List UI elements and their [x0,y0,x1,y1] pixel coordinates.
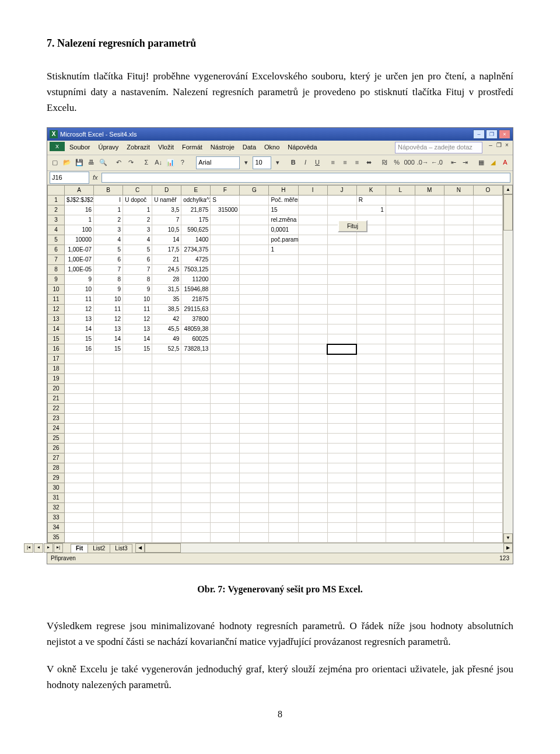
cell[interactable]: U dopoč [123,196,152,205]
cell[interactable] [269,513,298,523]
sheet-tab-list2[interactable]: List2 [88,544,110,553]
cell[interactable] [473,523,502,533]
cell[interactable] [473,215,502,225]
cell[interactable]: 13 [94,324,123,334]
cell[interactable] [269,324,298,334]
cell[interactable] [152,503,181,513]
cell[interactable] [386,324,415,334]
row-header[interactable]: 19 [48,374,65,384]
cell[interactable] [269,453,298,463]
cell[interactable] [181,493,211,503]
cell[interactable] [444,384,473,394]
cell[interactable] [211,444,240,453]
cell[interactable] [386,245,415,255]
cell[interactable] [473,324,502,334]
row-header[interactable]: 24 [48,424,65,434]
cell[interactable] [240,235,269,245]
cell[interactable] [386,215,415,225]
cell[interactable]: poč.param [269,235,298,245]
cell[interactable] [327,523,356,533]
cell[interactable]: 15 [269,205,298,215]
cell[interactable] [386,285,415,295]
row-header[interactable]: 13 [48,315,65,324]
autosum-icon[interactable]: Σ [141,157,152,169]
cell[interactable] [152,463,181,473]
cell[interactable]: 35 [152,295,181,305]
cell[interactable] [298,255,327,265]
cell[interactable] [386,235,415,245]
cell[interactable] [473,235,502,245]
row-header[interactable]: 29 [48,473,65,483]
cell[interactable] [444,235,473,245]
cell[interactable] [356,315,386,324]
cell[interactable] [123,473,152,483]
scroll-up-icon[interactable]: ▲ [503,185,513,194]
cell[interactable] [415,493,444,503]
cell[interactable] [94,444,123,453]
cell[interactable]: 11 [65,295,94,305]
cell[interactable] [356,523,386,533]
cell[interactable] [327,364,356,374]
cell[interactable]: 10 [65,285,94,295]
cell[interactable] [211,374,240,384]
cell[interactable]: 17,5 [152,245,181,255]
cell[interactable] [269,374,298,384]
cell[interactable] [65,444,94,453]
row-header[interactable]: 2 [48,205,65,215]
cell[interactable] [356,275,386,285]
align-left-icon[interactable]: ≡ [328,157,339,169]
cell[interactable] [298,414,327,424]
cell[interactable] [327,315,356,324]
cell[interactable] [473,493,502,503]
cell[interactable] [298,404,327,414]
cell[interactable] [473,305,502,315]
cell[interactable] [444,215,473,225]
cell[interactable] [123,493,152,503]
cell[interactable] [327,305,356,315]
cell[interactable] [65,463,94,473]
cell[interactable]: 24,5 [152,265,181,275]
decimal-inc-icon[interactable]: .0→ [416,157,429,169]
cell[interactable]: 49 [152,334,181,344]
cell[interactable] [386,404,415,414]
cell[interactable]: 42 [152,315,181,324]
cell[interactable] [473,315,502,324]
cell[interactable] [211,265,240,275]
cell[interactable] [386,295,415,305]
cell[interactable] [240,334,269,344]
cell[interactable] [211,275,240,285]
cell[interactable] [415,324,444,334]
merge-icon[interactable]: ⬌ [363,157,374,169]
cell[interactable] [386,463,415,473]
cell[interactable] [152,404,181,414]
cell[interactable] [240,523,269,533]
cell[interactable]: 9 [94,285,123,295]
cell[interactable] [269,473,298,483]
cell[interactable] [386,424,415,434]
cell[interactable] [386,315,415,324]
cell[interactable] [181,444,211,453]
cell[interactable] [298,434,327,444]
cell[interactable] [240,404,269,414]
cell[interactable] [181,434,211,444]
cell[interactable] [327,434,356,444]
tab-last-icon[interactable]: ▸| [54,543,63,553]
row-header[interactable]: 6 [48,245,65,255]
minimize-button[interactable]: – [473,130,485,139]
cell[interactable] [94,523,123,533]
cell[interactable]: 16 [65,344,94,354]
cell[interactable] [211,483,240,493]
cell[interactable] [269,255,298,265]
cell[interactable] [152,414,181,424]
cell[interactable] [415,404,444,414]
col-header[interactable]: O [473,186,502,196]
cell[interactable]: 2 [94,215,123,225]
row-header[interactable]: 9 [48,275,65,285]
cell[interactable] [211,215,240,225]
cell[interactable] [444,295,473,305]
cell[interactable] [298,215,327,225]
cell[interactable] [152,513,181,523]
cell[interactable] [473,404,502,414]
cell[interactable]: 29115,63 [181,305,211,315]
cell[interactable]: 15 [94,344,123,354]
